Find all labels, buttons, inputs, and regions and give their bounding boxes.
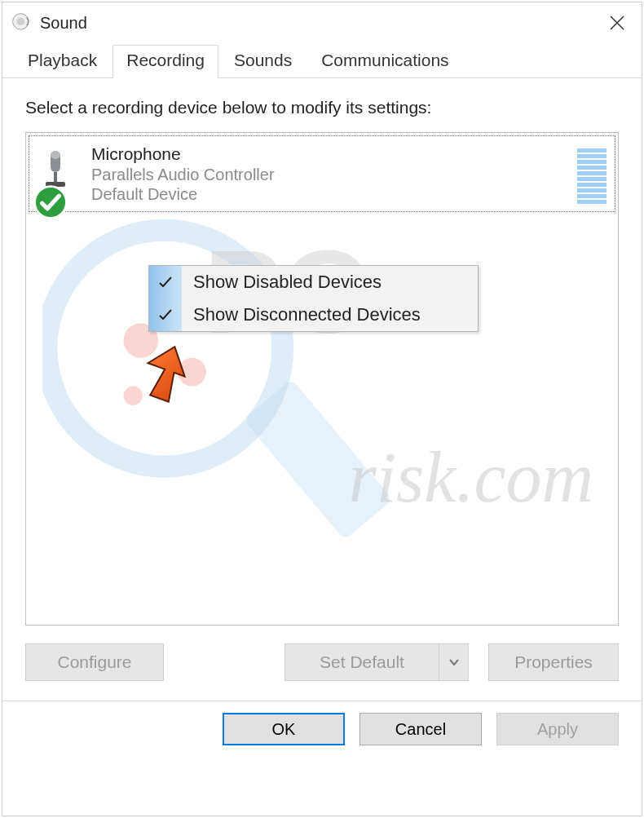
context-menu: Show Disabled Devices Show Disconnected … (148, 265, 479, 332)
device-description: Parallels Audio Controller (91, 165, 275, 184)
ok-button[interactable]: OK (223, 713, 345, 745)
menu-item-label: Show Disconnected Devices (193, 304, 421, 325)
instruction-text: Select a recording device below to modif… (25, 98, 619, 117)
sound-icon (11, 11, 33, 34)
pointer-arrow-icon (140, 342, 189, 407)
set-default-button[interactable]: Set Default (285, 643, 439, 681)
tab-strip: Playback Recording Sounds Communications (2, 43, 642, 78)
device-actions: Configure Set Default Properties (2, 626, 642, 681)
sound-dialog: Sound Playback Recording Sounds Communic… (2, 2, 642, 816)
watermark-text: risk.com (348, 436, 593, 519)
title-bar: Sound (2, 2, 642, 43)
microphone-icon (37, 148, 83, 201)
checkmark-icon (157, 307, 174, 323)
apply-button[interactable]: Apply (496, 713, 619, 745)
menu-item-show-disconnected[interactable]: Show Disconnected Devices (149, 298, 478, 331)
device-name: Microphone (91, 144, 275, 164)
device-list[interactable]: PC risk.com (25, 132, 619, 626)
window-title: Sound (40, 14, 87, 33)
configure-button[interactable]: Configure (25, 643, 164, 681)
properties-button[interactable]: Properties (488, 643, 619, 681)
recording-panel: Select a recording device below to modif… (2, 78, 642, 626)
svg-rect-6 (243, 378, 392, 540)
svg-rect-9 (51, 151, 60, 159)
menu-item-label: Show Disabled Devices (193, 272, 382, 293)
close-button[interactable] (593, 2, 642, 43)
level-meter (577, 144, 607, 204)
checkmark-icon (157, 274, 174, 290)
cancel-button[interactable]: Cancel (359, 713, 482, 745)
menu-item-show-disabled[interactable]: Show Disabled Devices (149, 266, 478, 298)
tab-playback[interactable]: Playback (14, 43, 111, 78)
set-default-dropdown[interactable] (439, 643, 469, 681)
svg-point-1 (17, 18, 25, 26)
tab-communications[interactable]: Communications (307, 43, 462, 78)
tab-sounds[interactable]: Sounds (220, 43, 306, 78)
chevron-down-icon (448, 657, 460, 668)
device-text: Microphone Parallels Audio Controller De… (91, 144, 275, 203)
dialog-buttons: OK Cancel Apply (2, 701, 642, 760)
device-item-microphone[interactable]: Microphone Parallels Audio Controller De… (29, 135, 615, 212)
tab-recording[interactable]: Recording (112, 45, 218, 78)
default-check-badge (33, 178, 60, 206)
device-status: Default Device (91, 184, 275, 204)
